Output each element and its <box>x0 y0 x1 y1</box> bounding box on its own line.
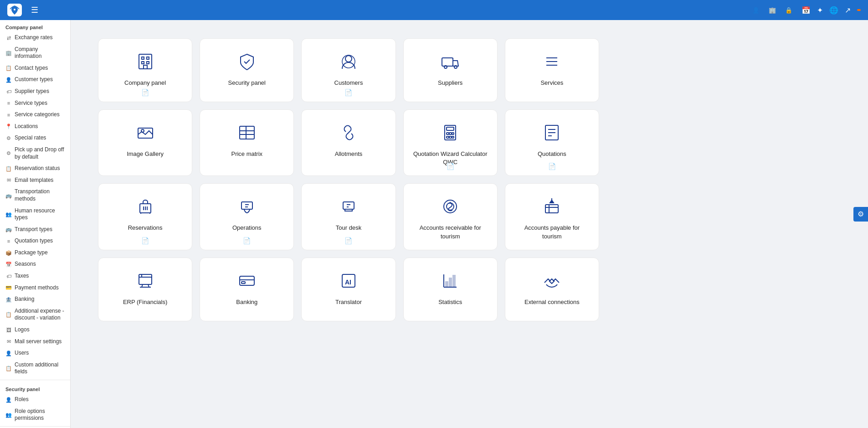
sidebar-item-exchange-rates[interactable]: ⇄Exchange rates <box>0 32 70 44</box>
card-customers[interactable]: Customers 📄 <box>301 38 395 102</box>
logo-icon <box>7 4 22 16</box>
card-badge: 📄 <box>141 89 149 96</box>
globe-icon[interactable]: 🌐 <box>829 6 838 15</box>
svg-rect-27 <box>447 136 449 138</box>
sidebar-item-seasons[interactable]: 📅Seasons <box>0 258 70 270</box>
accounts-payable-icon <box>542 196 562 218</box>
card-label: Security panel <box>228 79 266 87</box>
svg-point-6 <box>345 56 352 62</box>
card-badge: 📄 <box>548 163 556 170</box>
contact-icon: 📋 <box>5 65 12 71</box>
card-label: Reservations <box>128 224 163 232</box>
sidebar-section-company: Company panel <box>0 20 70 32</box>
cards-grid: Company panel 📄 Security panel Customers… <box>98 38 599 321</box>
sidebar-item-hr-types[interactable]: 👥Human resource types <box>0 205 70 224</box>
card-allotments[interactable]: Allotments <box>301 109 395 176</box>
transport-type-icon: 🚌 <box>5 226 12 232</box>
card-reservations[interactable]: Reservations 📄 <box>98 183 192 250</box>
sidebar-item-transport-methods[interactable]: 🚌Transportation methods <box>0 186 70 205</box>
sidebar-item-custom-fields[interactable]: 📋Custom additional fields <box>0 359 70 378</box>
card-operations[interactable]: Operations 📄 <box>200 183 294 250</box>
sidebar-item-mail-server[interactable]: ✉Mail server settings <box>0 336 70 348</box>
sidebar-item-banking[interactable]: 🏦Banking <box>0 294 70 305</box>
ai-translate-icon: AI <box>339 271 359 293</box>
sidebar-item-locations[interactable]: 📍Locations <box>0 121 70 133</box>
card-quotation-wizard[interactable]: Quotation Wizard Calculator QWC 📄 <box>403 109 498 176</box>
card-external-connections[interactable]: External connections <box>505 258 599 321</box>
supplier-type-icon: 🏷 <box>5 88 12 95</box>
card-badge: 📄 <box>447 163 454 170</box>
svg-rect-24 <box>447 133 449 134</box>
sidebar-item-users[interactable]: 👤Users <box>0 347 70 359</box>
svg-rect-5 <box>144 65 147 69</box>
sidebar-item-service-types[interactable]: ≡Service types <box>0 98 70 109</box>
svg-rect-48 <box>545 205 558 213</box>
svg-rect-28 <box>449 136 452 138</box>
sidebar-item-service-categories[interactable]: ≡Service categories <box>0 109 70 121</box>
exchange-icon: ⇄ <box>5 35 12 41</box>
card-company-panel[interactable]: Company panel 📄 <box>98 38 192 102</box>
card-erp[interactable]: ERP (Financials) <box>98 258 192 321</box>
service-cat-icon: ≡ <box>5 112 12 118</box>
card-image-gallery[interactable]: Image Gallery <box>98 109 192 176</box>
card-tour-desk[interactable]: Tour desk 📄 <box>301 183 395 250</box>
roles-icon: 👤 <box>5 397 12 403</box>
sidebar-item-roles[interactable]: 👤Roles <box>0 394 70 406</box>
sidebar-item-supplier-types[interactable]: 🏷Supplier types <box>0 86 70 98</box>
banking-card-icon <box>237 271 257 293</box>
email-icon: ✉ <box>5 177 12 183</box>
card-quotations[interactable]: Quotations 📄 <box>505 109 599 176</box>
acme-badge <box>857 9 861 11</box>
sidebar-item-role-permissions[interactable]: 👥Role options permissions <box>0 406 70 424</box>
card-translator[interactable]: AI Translator <box>301 258 395 321</box>
card-label: Accounts payable for tourism <box>514 224 590 240</box>
sidebar-item-taxes[interactable]: 🏷Taxes <box>0 270 70 282</box>
table-icon <box>237 123 257 144</box>
calendar-icon[interactable]: 📅 <box>801 6 811 15</box>
svg-rect-17 <box>240 126 254 139</box>
sidebar-item-transport-types[interactable]: 🚌Transport types <box>0 224 70 236</box>
card-suppliers[interactable]: Suppliers <box>403 38 498 102</box>
app-body: Company panel ⇄Exchange rates 🏢Company i… <box>0 20 868 428</box>
header-right: 👤 🏢 🔒 📅 ✦ 🌐 ↗ <box>752 6 861 15</box>
custom-fields-icon: 📋 <box>5 365 12 371</box>
svg-rect-43 <box>343 202 354 209</box>
card-accounts-receivable[interactable]: Accounts receivable for tourism <box>403 183 498 250</box>
svg-rect-23 <box>447 127 454 130</box>
card-label: External connections <box>524 298 580 306</box>
sidebar-item-logos[interactable]: 🖼Logos <box>0 324 70 336</box>
card-price-matrix[interactable]: Price matrix <box>200 109 294 176</box>
building-icon <box>135 52 155 73</box>
seasons-icon: 📅 <box>5 261 12 268</box>
export-icon[interactable]: ↗ <box>845 6 851 15</box>
payment-icon: 💳 <box>5 284 12 291</box>
sidebar-item-payment-methods[interactable]: 💳Payment methods <box>0 282 70 294</box>
sidebar-item-quotation-types[interactable]: ≡Quotation types <box>0 235 70 247</box>
sidebar-item-package-type[interactable]: 📦Package type <box>0 247 70 259</box>
sidebar-item-contact-types[interactable]: 📋Contact types <box>0 62 70 74</box>
hamburger-button[interactable]: ☰ <box>31 5 38 15</box>
header-left: ☰ <box>7 4 38 16</box>
sidebar-item-company-info[interactable]: 🏢Company information <box>0 44 70 62</box>
card-services[interactable]: Services <box>505 38 599 102</box>
pickup-icon: ⚙ <box>5 150 12 156</box>
card-security-panel[interactable]: Security panel <box>200 38 294 102</box>
svg-point-16 <box>141 129 144 132</box>
svg-point-10 <box>454 66 457 68</box>
user-icon: 👤 <box>752 7 760 14</box>
sidebar-item-pickup-dropoff[interactable]: ⚙Pick up and Drop off by default <box>0 144 70 163</box>
card-label: Tour desk <box>336 224 361 232</box>
sidebar-item-reservation-status[interactable]: 📋Reservation status <box>0 163 70 175</box>
sidebar-item-additional-expense[interactable]: 📋Additional expense - discount - variati… <box>0 305 70 324</box>
list-lines-icon <box>542 52 562 73</box>
card-statistics[interactable]: Statistics <box>403 258 498 321</box>
card-banking[interactable]: Banking <box>200 258 294 321</box>
sidebar-item-customer-types[interactable]: 👤Customer types <box>0 74 70 86</box>
settings-fab[interactable]: ⚙ <box>853 207 868 222</box>
sidebar-item-email-templates[interactable]: ✉Email templates <box>0 175 70 186</box>
svg-rect-0 <box>139 54 152 69</box>
special-rates-icon: ⚙ <box>5 135 12 141</box>
ai-icon[interactable]: ✦ <box>817 6 823 15</box>
card-accounts-payable[interactable]: Accounts payable for tourism <box>505 183 599 250</box>
sidebar-item-special-rates[interactable]: ⚙Special rates <box>0 132 70 144</box>
